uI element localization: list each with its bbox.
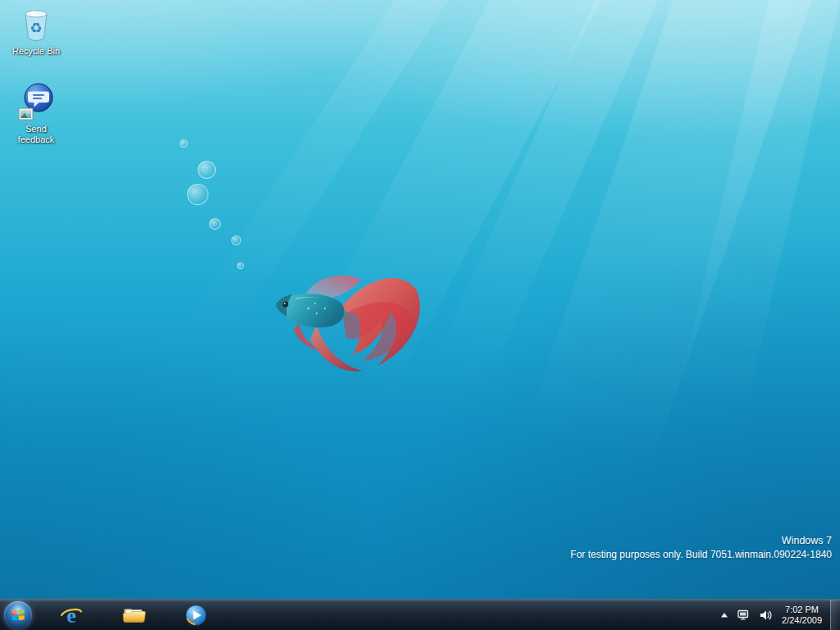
desktop-icon-label: Send feedback [10, 124, 62, 145]
system-tray: 7:02 PM 2/24/2009 [716, 600, 840, 630]
bubble [180, 139, 188, 148]
build-watermark: Windows 7 For testing purposes only. Bui… [570, 534, 832, 561]
betta-fish-image [261, 254, 429, 381]
svg-text:e: e [66, 604, 76, 627]
bubble [187, 184, 208, 205]
desktop-icon-recycle-bin[interactable]: ♻ Recycle Bin [5, 5, 67, 57]
screen: ♻ Recycle Bin [0, 0, 840, 630]
internet-explorer-icon[interactable]: e [55, 600, 88, 630]
windows-flag-icon [10, 607, 26, 623]
clock-date: 2/24/2009 [782, 615, 822, 626]
clock-time: 7:02 PM [782, 605, 822, 615]
network-icon[interactable] [733, 600, 755, 630]
bubble [237, 262, 244, 269]
windows-explorer-icon[interactable] [117, 600, 150, 630]
desktop-background[interactable]: ♻ Recycle Bin [0, 0, 840, 599]
taskbar: e [0, 599, 840, 630]
bubble [231, 235, 241, 245]
watermark-product-name: Windows 7 [570, 534, 832, 548]
light-ray [625, 0, 840, 599]
light-ray [445, 0, 840, 599]
watermark-build-string: For testing purposes only. Build 7051.wi… [570, 548, 832, 561]
recycle-bin-icon: ♻ [17, 5, 55, 44]
tray-expand-icon[interactable] [716, 600, 733, 630]
svg-text:♻: ♻ [30, 20, 42, 36]
desktop-icon-label: Recycle Bin [12, 46, 60, 57]
bubble [198, 161, 216, 179]
clock[interactable]: 7:02 PM 2/24/2009 [777, 605, 829, 626]
desktop-icon-send-feedback[interactable]: Send feedback [5, 83, 67, 145]
windows-media-player-icon[interactable] [180, 600, 212, 630]
show-desktop-button[interactable] [830, 600, 840, 630]
pinned-taskbar-icons: e [55, 600, 212, 630]
send-feedback-icon [17, 83, 55, 122]
start-button[interactable] [4, 601, 32, 629]
volume-icon[interactable] [755, 600, 777, 630]
bubble [209, 218, 221, 230]
desktop-icon-column: ♻ Recycle Bin [5, 5, 67, 160]
